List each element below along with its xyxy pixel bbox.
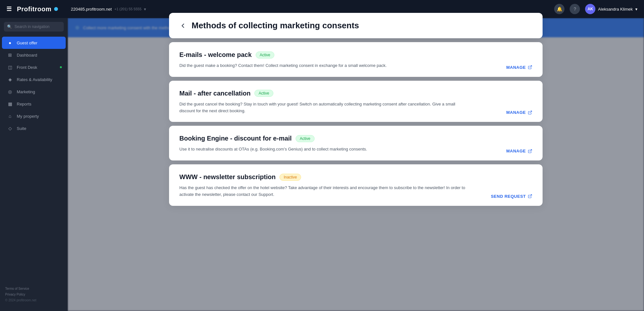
sidebar-search[interactable]: 🔍 Search in navigation — [4, 22, 64, 32]
svg-line-3 — [530, 195, 532, 197]
method-header-mail: Mail - after cancellation Active — [179, 90, 532, 97]
method-card-emails-welcome: E-mails - welcome pack Active Did the gu… — [169, 42, 543, 77]
sidebar-item-guest-offer[interactable]: ● Guest offer — [2, 37, 66, 49]
method-title-booking: Booking Engine - discount for e-mail — [179, 135, 292, 142]
manage-button-booking[interactable]: MANAGE — [506, 149, 532, 153]
header-card: Methods of collecting marketing consents — [169, 13, 543, 38]
method-card-mail-cancellation: Mail - after cancellation Active Did the… — [169, 81, 543, 122]
send-request-label: SEND REQUEST — [491, 194, 526, 199]
overlay-panel: Methods of collecting marketing consents… — [68, 13, 644, 311]
svg-line-1 — [530, 111, 532, 113]
method-desc-emails: Did the guest make a booking? Contact th… — [179, 62, 469, 69]
sidebar: 🔍 Search in navigation ● Guest offer ⊞ D… — [0, 18, 68, 311]
user-chevron-icon: ▾ — [635, 7, 638, 12]
search-icon: 🔍 — [7, 24, 12, 29]
manage-label-mail: MANAGE — [506, 110, 526, 115]
rates-icon: ◈ — [7, 77, 13, 82]
suite-icon: ◇ — [7, 125, 13, 131]
marketing-icon: ◎ — [7, 89, 13, 95]
method-desc-mail: Did the guest cancel the booking? Stay i… — [179, 101, 469, 114]
manage-label-emails: MANAGE — [506, 65, 526, 70]
sidebar-item-reports[interactable]: ▦ Reports — [2, 98, 66, 110]
method-desc-booking: Use it to neutralise discounts at OTAs (… — [179, 146, 469, 153]
method-badge-booking: Active — [296, 135, 315, 142]
front-desk-icon: ◫ — [7, 64, 13, 70]
sidebar-item-rates[interactable]: ◈ Rates & Availability — [2, 73, 66, 86]
sidebar-item-label: Reports — [17, 102, 32, 106]
logo-dot — [54, 7, 58, 11]
sidebar-item-label: Suite — [17, 126, 26, 131]
svg-line-2 — [530, 149, 532, 151]
method-title-newsletter: WWW - newsletter subscription — [179, 173, 276, 181]
sidebar-item-front-desk[interactable]: ◫ Front Desk — [2, 61, 66, 73]
sidebar-item-label: Rates & Availability — [17, 77, 52, 82]
sidebar-item-marketing[interactable]: ◎ Marketing — [2, 86, 66, 98]
manage-label-booking: MANAGE — [506, 149, 526, 153]
sidebar-item-label: Dashboard — [17, 53, 37, 58]
manage-button-mail[interactable]: MANAGE — [506, 110, 532, 115]
sidebar-item-dashboard[interactable]: ⊞ Dashboard — [2, 49, 66, 61]
method-title-mail: Mail - after cancellation — [179, 90, 251, 97]
user-initials: AK — [588, 7, 593, 11]
sidebar-item-label: Front Desk — [17, 65, 37, 70]
method-card-newsletter: WWW - newsletter subscription Inactive H… — [169, 164, 543, 206]
sidebar-item-label: Marketing — [17, 89, 35, 94]
method-card-booking-engine: Booking Engine - discount for e-mail Act… — [169, 126, 543, 160]
sidebar-footer: Terms of Service Privacy Policy © 2024 p… — [0, 282, 68, 307]
svg-line-0 — [530, 66, 532, 68]
reports-icon: ▦ — [7, 101, 13, 107]
front-desk-badge — [60, 66, 62, 68]
method-header-emails: E-mails - welcome pack Active — [179, 51, 532, 59]
bell-icon: 🔔 — [557, 6, 562, 12]
method-badge-newsletter: Inactive — [279, 174, 301, 181]
copyright-text: © 2024 profitroom.net — [5, 297, 62, 303]
hotel-name: 220485.profitroom.net — [71, 7, 112, 12]
method-title-emails: E-mails - welcome pack — [179, 51, 252, 59]
my-property-icon: ⌂ — [7, 113, 13, 119]
menu-icon[interactable]: ☰ — [6, 5, 12, 13]
help-icon: ? — [573, 6, 576, 12]
method-badge-mail: Active — [254, 90, 273, 97]
back-button[interactable] — [179, 22, 186, 29]
hotel-sub: +1 (201) 55 5555 — [114, 7, 141, 11]
method-header-newsletter: WWW - newsletter subscription Inactive — [179, 173, 532, 181]
topbar-center: 220485.profitroom.net +1 (201) 55 5555 ▾ — [71, 7, 554, 12]
logo: ☰ Profitroom — [6, 5, 71, 13]
sidebar-item-suite[interactable]: ◇ Suite — [2, 122, 66, 134]
guest-offer-icon: ● — [7, 40, 13, 46]
method-header-booking: Booking Engine - discount for e-mail Act… — [179, 135, 532, 142]
user-name: Aleksandra Klimek — [598, 7, 633, 12]
terms-link[interactable]: Terms of Service — [5, 286, 62, 292]
sidebar-item-label: My property — [17, 114, 39, 119]
privacy-link[interactable]: Privacy Policy — [5, 292, 62, 297]
manage-button-emails[interactable]: MANAGE — [506, 65, 532, 70]
method-badge-emails: Active — [256, 51, 275, 59]
dashboard-icon: ⊞ — [7, 52, 13, 58]
hotel-dropdown-icon[interactable]: ▾ — [144, 7, 146, 12]
method-desc-newsletter: Has the guest has checked the offer on t… — [179, 185, 469, 198]
send-request-button[interactable]: SEND REQUEST — [491, 194, 532, 199]
sidebar-item-my-property[interactable]: ⌂ My property — [2, 110, 66, 122]
panel-title: Methods of collecting marketing consents — [192, 21, 359, 31]
search-placeholder: Search in navigation — [14, 24, 50, 29]
sidebar-item-label: Guest offer — [17, 41, 37, 45]
logo-text: Profitroom — [17, 5, 52, 13]
